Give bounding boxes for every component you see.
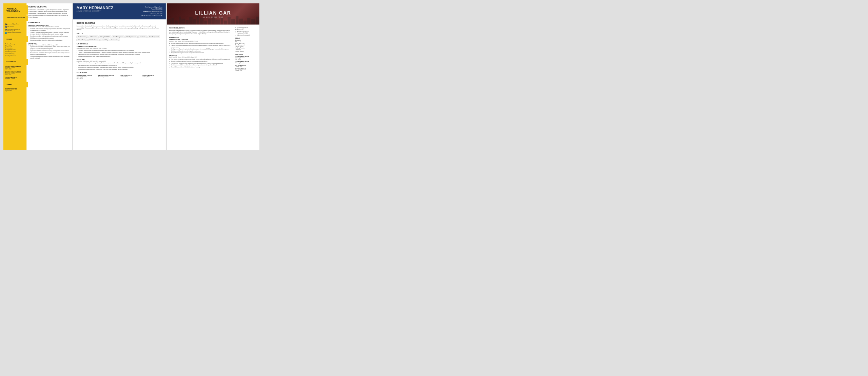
bullet-item: Maintain utmost discretion when dealing … (78, 56, 162, 57)
skill-tag: Collaboration, (110, 39, 120, 41)
contact-address: ⚲ 4397 Aaron Smith Drive Harrisburg, PA (5, 28, 25, 31)
award-section-title: AWARD (5, 82, 28, 87)
resume3-sidebar: ✉ youremail@gmail.com ☎ 895 555 555 ⚲ 43… (233, 24, 259, 150)
edu-col: CERTIFICATION #1Location, Date (120, 75, 140, 79)
r3-education-title: EDUCATION (235, 54, 258, 55)
objective-title: RESUME OBJECTIVE (28, 6, 70, 8)
contact-email-row: Email: youremail@gmail.com (141, 6, 163, 8)
education-list: DEGREE NAME / MAJORUniversity, Location2… (5, 66, 25, 79)
bullet-item: Recorded, transcribed, and distributed m… (171, 66, 231, 68)
svg-rect-1 (172, 18, 174, 24)
skills-title: SKILLS (5, 36, 28, 42)
phone-icon: ☎ (5, 26, 7, 28)
skill-tag: Leadership (138, 36, 147, 38)
resume2-body: RESUME OBJECTIVE Administrative Assistan… (73, 19, 166, 150)
resume3-hero: LILLIAN GAR ADMIN ASSISTANT (167, 3, 259, 24)
resume3-main: RESUME OBJECTIVE Administrative Assistan… (167, 24, 233, 150)
r3-objective-text: Administrative Assistant with 6+ years o… (169, 29, 231, 35)
job-entry: ADMINISTRATIVE ASSISTANT Redford & Sons,… (28, 24, 70, 41)
bullet-item: Opened, sorted, and distributed incoming… (171, 60, 231, 62)
r2-job-entry: ADMINISTRATIVE ASSISTANT Redford & Sons,… (77, 46, 162, 58)
r2-education-grid: DEGREE NAME / MAJORUniversity, Location2… (77, 75, 162, 79)
r3-experience-title: EXPERIENCE (169, 37, 231, 38)
bullet-item: Developed new filing and organizational … (31, 36, 70, 39)
location-icon: ⚲ (5, 29, 7, 30)
resume1-title: ADMINISTRATIVE ASSISTANT (5, 15, 28, 21)
svg-rect-6 (189, 17, 193, 24)
svg-rect-11 (208, 19, 212, 25)
skill-tag: Time Management (147, 36, 160, 38)
bullet-item: Trained 2 administrative assistants duri… (171, 44, 231, 48)
r3-edu-entry: CERTIFICATION #2Location, Date (235, 68, 258, 71)
r3-linkedin-icon: in (235, 35, 237, 36)
skills-list: Problem SolvingAdaptabilityCollaboration… (5, 43, 25, 57)
skill-tag: Handling Pressure (125, 36, 138, 38)
edu-col: DEGREE NAME / MAJORUniversity, Location (98, 75, 119, 79)
r3-contact-section: ✉ youremail@gmail.com ☎ 895 555 555 ⚲ 43… (235, 27, 258, 36)
r2-skills-title: SKILLS (77, 33, 162, 35)
bullet-item: Greeted visitors and determined to whom … (31, 56, 70, 60)
resume1-main: RESUME OBJECTIVE Administrative Assistan… (26, 3, 72, 150)
resume2-header-left: MARY HERNANDEZ ADMINISTRATIVE ASSISTANT (77, 6, 114, 12)
bullet-item: Developed new filing and organizational … (171, 48, 231, 50)
skill-tag: Adaptability, (100, 39, 110, 41)
resume1-sidebar: ANGELA WILKINSON ADMINISTRATIVE ASSISTAN… (3, 3, 26, 150)
resume-lillian: LILLIAN GAR ADMIN ASSISTANT RESUME OBJEC… (167, 3, 259, 150)
svg-rect-21 (247, 18, 251, 24)
r3-objective-title: RESUME OBJECTIVE (169, 27, 231, 29)
r2-objective-text: Administrative Assistant with 6+ years o… (77, 25, 162, 31)
resume2-title: ADMINISTRATIVE ASSISTANT (77, 11, 114, 12)
skills-tags: Problem SolvingCollaboration,Strong Work… (77, 36, 162, 41)
r3-contact-address: ⚲ 4397 Aaron Smith DriveHarrisburg, PA 1… (235, 31, 258, 34)
svg-rect-2 (175, 21, 178, 25)
svg-rect-9 (200, 18, 204, 24)
bullet-item: Type documents such as correspondence, d… (171, 59, 231, 60)
bullet-item: Purchased and maintained office supply i… (31, 52, 70, 56)
svg-rect-7 (193, 19, 196, 25)
education-title: EDUCATION (5, 59, 28, 64)
education-entry: CERTIFICATION #1University, Location (5, 77, 25, 79)
r3-phone-icon: ☎ (235, 29, 237, 30)
objective-text: Administrative Assistant with 6+ years o… (28, 9, 70, 18)
svg-rect-19 (239, 19, 243, 25)
bullet-item: Schedule and coordinate meetings, appoin… (78, 49, 162, 51)
resume1-name: ANGELA WILKINSON (5, 5, 28, 15)
r2-experience-title: EXPERIENCE (77, 43, 162, 45)
svg-rect-16 (228, 17, 231, 24)
skill-tag: Time Management (112, 36, 124, 38)
resume3-hero-content: LILLIAN GAR ADMIN ASSISTANT (195, 10, 231, 18)
award-org: organization (5, 90, 25, 91)
r3-job-entry: ADMINISTRATIVE ASSISTANT Redford & Sons,… (169, 39, 231, 54)
resume2-header: MARY HERNANDEZ ADMINISTRATIVE ASSISTANT … (73, 3, 166, 19)
contact-linkedin-row: linkedin: linkedin.com/in/yourprofile (141, 15, 163, 17)
resume2-contact: Email: youremail@gmail.com Phone: 895 55… (141, 6, 163, 17)
r3-jobs-list: ADMINISTRATIVE ASSISTANT Redford & Sons,… (169, 39, 231, 68)
r3-email-icon: ✉ (235, 27, 237, 28)
bullet-item: Purchased and maintained office supply i… (78, 66, 162, 68)
svg-rect-18 (236, 16, 239, 24)
bullet-item: Trained 2 administrative assistants duri… (31, 32, 70, 36)
svg-rect-3 (179, 17, 181, 24)
bullet-item: Opened, sorted, and distributed incoming… (78, 64, 162, 66)
resume-gallery: ANGELA WILKINSON ADMINISTRATIVE ASSISTAN… (3, 3, 339, 150)
job-entry: SECRETARY Bright Spot LTD, Boston, MA / … (28, 42, 70, 59)
skill-tag: Strong Work Ethic (99, 36, 111, 38)
bullet-item: Manage travel and expense reports for de… (171, 52, 231, 54)
r3-contact-email: ✉ youremail@gmail.com (235, 27, 258, 28)
contact-address-row: Address: 4397 Aaron Smith DriveHarrisbur… (141, 10, 163, 15)
svg-rect-4 (181, 19, 185, 25)
r3-edu-entry: CERTIFICATION #1Location, Date (235, 65, 258, 67)
contact-phone: ☎ 895 555 555 (5, 26, 25, 28)
svg-rect-13 (215, 20, 220, 25)
skill-tag: Problem Solving (77, 36, 88, 38)
r2-job-entry: SECRETARY Bright Spot LTD, Boston, MA / … (77, 59, 162, 70)
r3-edu-entry: DEGREE NAME / MAJORUniversity, Location2… (235, 56, 258, 60)
resume2-name: MARY HERNANDEZ (77, 6, 114, 10)
resume3-name: LILLIAN GAR (195, 10, 231, 16)
experience-title: EXPERIENCE (28, 22, 70, 24)
svg-rect-17 (231, 19, 235, 25)
r3-skill-item: Problem Solving (235, 50, 258, 52)
jobs-list: ADMINISTRATIVE ASSISTANT Redford & Sons,… (28, 24, 70, 59)
r3-edu-entry: DEGREE NAME / MAJORUniversity, Location (235, 61, 258, 64)
svg-rect-23 (256, 17, 259, 24)
